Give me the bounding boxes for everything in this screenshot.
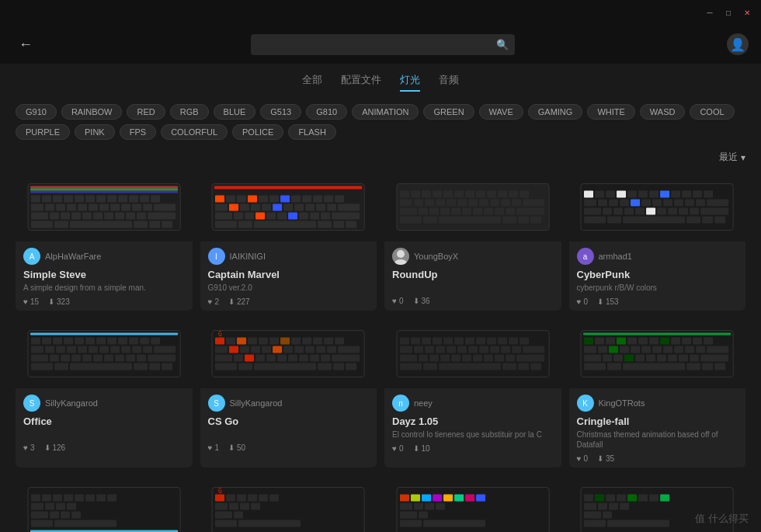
maximize-button[interactable]: □ (721, 5, 736, 20)
svg-rect-49 (237, 195, 246, 202)
downloads-stat: ⬇ 35 (597, 454, 614, 463)
avatar: A (23, 248, 40, 265)
card-office[interactable]: S SillyKangarod Office ♥ 3 ⬇ 126 (16, 318, 193, 468)
tag-animation[interactable]: ANIMATION (352, 104, 419, 120)
header: ← 🔍 👤 (0, 25, 761, 64)
tag-g810[interactable]: G810 (306, 104, 347, 120)
svg-rect-245 (245, 354, 254, 361)
svg-rect-50 (248, 195, 257, 202)
sort-button[interactable]: 最近 ▾ (719, 151, 745, 164)
tag-fps[interactable]: FPS (120, 124, 156, 140)
svg-rect-112 (523, 199, 544, 206)
heart-icon: ♥ (208, 297, 213, 306)
tag-g910[interactable]: G910 (16, 104, 57, 120)
svg-rect-231 (215, 346, 228, 353)
download-icon: ⬇ (413, 444, 419, 453)
card-cringle-fall[interactable]: K KingOTRots Cringle-fall Christmas them… (569, 318, 746, 468)
tag-rainbow[interactable]: RAINBOW (61, 104, 123, 120)
heart-icon: ♥ (208, 443, 213, 452)
download-icon: ⬇ (597, 297, 603, 306)
tag-wasd[interactable]: WASD (640, 104, 686, 120)
svg-rect-395 (419, 511, 428, 518)
bottom-card-2[interactable]: G (200, 475, 377, 532)
card-roundup[interactable]: YoungBoyX RoundUp ♥ 0 ⬇ 36 (384, 172, 561, 311)
tag-pink[interactable]: PINK (75, 124, 115, 140)
tag-green[interactable]: GREEN (423, 104, 474, 120)
svg-rect-396 (400, 520, 422, 527)
svg-rect-205 (93, 354, 103, 361)
likes-count: 0 (583, 297, 588, 306)
card-stats: ♥ 0 ⬇ 36 (392, 297, 554, 305)
card-title: RoundUp (392, 269, 554, 280)
svg-rect-254 (215, 363, 237, 370)
likes-count: 0 (399, 297, 404, 305)
tag-blue[interactable]: BLUE (214, 104, 256, 120)
svg-rect-261 (400, 337, 409, 344)
svg-rect-379 (215, 520, 237, 527)
svg-rect-229 (324, 337, 333, 344)
svg-rect-42 (134, 221, 148, 228)
tag-gaming[interactable]: GAMING (528, 104, 583, 120)
likes-stat: ♥ 3 (23, 443, 35, 452)
svg-rect-267 (465, 337, 474, 344)
svg-rect-65 (283, 203, 293, 210)
svg-rect-57 (324, 195, 333, 202)
tag-purple[interactable]: PURPLE (16, 124, 70, 140)
card-user: K KingOTRots (577, 395, 738, 412)
close-button[interactable]: ✕ (739, 5, 755, 20)
svg-rect-121 (495, 207, 504, 214)
tab-all[interactable]: 全部 (302, 73, 322, 92)
svg-rect-136 (617, 190, 626, 197)
svg-rect-189 (45, 346, 54, 353)
bottom-card-1[interactable] (16, 475, 193, 532)
back-button[interactable]: ← (12, 33, 39, 56)
card-desc: El control lo tienenes que substituir po… (392, 429, 554, 440)
card-dayz[interactable]: n neey Dayz 1.05 El control lo tienenes … (384, 318, 561, 468)
svg-rect-397 (423, 520, 485, 527)
svg-rect-382 (400, 494, 409, 501)
svg-rect-109 (490, 199, 499, 206)
svg-rect-276 (436, 346, 445, 353)
likes-stat: ♥ 0 (392, 444, 404, 453)
tag-flash[interactable]: FLASH (288, 124, 335, 140)
svg-rect-31 (71, 212, 81, 219)
likes-stat: ♥ 15 (23, 297, 39, 306)
tab-lighting[interactable]: 灯光 (400, 73, 420, 92)
svg-rect-107 (468, 199, 478, 206)
tag-rgb[interactable]: RGB (170, 104, 209, 120)
tab-profile[interactable]: 配置文件 (341, 73, 381, 92)
user-avatar[interactable]: 👤 (727, 33, 749, 55)
downloads-count: 323 (57, 297, 70, 306)
tag-white[interactable]: WHITE (587, 104, 634, 120)
tag-wave[interactable]: WAVE (479, 104, 523, 120)
card-simple-steve[interactable]: A AlpHaWarFare Simple Steve A simple des… (16, 172, 193, 311)
card-csgo[interactable]: G (200, 318, 377, 468)
card-cyberpunk[interactable]: a armhad1 CyberPunk cyberpunk r/B/W colo… (569, 172, 746, 311)
tag-colorful[interactable]: COLORFUL (161, 124, 228, 140)
tab-audio[interactable]: 音频 (439, 73, 459, 92)
minimize-button[interactable]: ─ (702, 5, 718, 20)
svg-rect-155 (696, 199, 705, 206)
svg-rect-285 (400, 354, 417, 361)
bottom-card-3[interactable] (384, 475, 561, 532)
tag-g513[interactable]: G513 (260, 104, 301, 120)
svg-rect-176 (31, 337, 40, 344)
card-captain-marvel[interactable]: I IAIKINIGI Captain Marvel G910 ver.2.0 … (200, 172, 377, 311)
tag-red[interactable]: RED (127, 104, 165, 120)
tag-police[interactable]: POLICE (232, 124, 283, 140)
svg-rect-122 (506, 207, 515, 214)
avatar: I (208, 248, 225, 265)
likes-count: 0 (583, 454, 588, 463)
downloads-stat: ⬇ 36 (413, 297, 430, 305)
svg-rect-272 (519, 337, 529, 344)
svg-rect-146 (598, 199, 607, 206)
username: AlpHaWarFare (45, 252, 101, 261)
search-input[interactable] (251, 34, 515, 55)
svg-rect-228 (313, 337, 322, 344)
svg-rect-226 (291, 337, 301, 344)
svg-rect-309 (638, 337, 648, 344)
likes-stat: ♥ 1 (208, 443, 220, 452)
tag-cool[interactable]: COOL (690, 104, 734, 120)
svg-rect-360 (50, 511, 59, 518)
svg-rect-34 (104, 212, 113, 219)
